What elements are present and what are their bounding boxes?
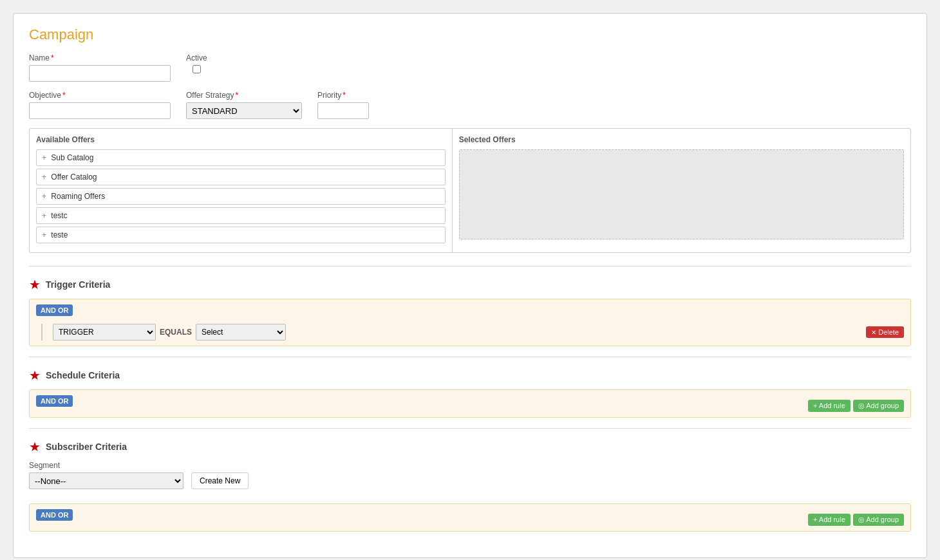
offer-item-2[interactable]: + Roaming Offers [36, 188, 446, 205]
segment-select[interactable]: --None-- [29, 472, 183, 489]
subscriber-star-icon: ★ [29, 439, 41, 454]
schedule-criteria-header: ★ Schedule Criteria [29, 364, 911, 383]
subscriber-criteria-actions: + Add rule ◎ Add group [808, 514, 904, 526]
offer-strategy-group: Offer Strategy* STANDARD PRIORITY RANDOM [186, 91, 302, 119]
priority-input[interactable] [317, 102, 369, 119]
active-checkbox[interactable] [186, 65, 207, 73]
trigger-rule-flex: TRIGGER EQUALS Select Delete [53, 324, 904, 341]
subscriber-and-or-button[interactable]: AND OR [36, 509, 73, 521]
offer-strategy-select[interactable]: STANDARD PRIORITY RANDOM [186, 102, 302, 119]
segment-group: Segment --None-- Create New [29, 461, 911, 497]
schedule-criteria-box: AND OR + Add rule ◎ Add group [29, 389, 911, 418]
form-row-objective: Objective* Offer Strategy* STANDARD PRIO… [29, 91, 911, 119]
create-new-button[interactable]: Create New [191, 472, 249, 489]
subscriber-criteria-box: AND OR + Add rule ◎ Add group [29, 503, 911, 532]
schedule-add-rule-button[interactable]: + Add rule [808, 400, 851, 412]
active-group: Active [186, 53, 207, 73]
objective-label: Objective* [29, 91, 171, 100]
priority-label: Priority* [317, 91, 369, 100]
offer-strategy-label: Offer Strategy* [186, 91, 302, 100]
available-offers-title: Available Offers [36, 135, 446, 144]
trigger-criteria-header: ★ Trigger Criteria [29, 273, 911, 292]
offers-panel: Available Offers + Sub Catalog + Offer C… [29, 128, 911, 253]
subscriber-criteria-header: ★ Subscriber Criteria [29, 435, 911, 454]
offer-item-0[interactable]: + Sub Catalog [36, 149, 446, 166]
available-offers-panel: Available Offers + Sub Catalog + Offer C… [30, 129, 453, 252]
subscriber-add-group-button[interactable]: ◎ Add group [853, 514, 904, 526]
schedule-add-group-button[interactable]: ◎ Add group [853, 400, 904, 412]
schedule-criteria-title: Schedule Criteria [46, 370, 120, 380]
objective-input[interactable] [29, 102, 171, 119]
active-label: Active [186, 53, 207, 62]
trigger-equals-label: EQUALS [160, 328, 192, 337]
selected-offers-panel: Selected Offers [453, 129, 910, 252]
trigger-star-icon: ★ [29, 277, 41, 292]
trigger-delete-button[interactable]: Delete [866, 326, 904, 338]
main-card: Campaign Name* Active Objective* [13, 13, 927, 558]
schedule-criteria-inner: AND OR + Add rule ◎ Add group [36, 395, 904, 412]
page-wrapper: Campaign Name* Active Objective* [0, 0, 940, 560]
schedule-star-icon: ★ [29, 368, 41, 383]
selected-offers-title: Selected Offers [459, 135, 904, 144]
divider-1 [29, 266, 911, 266]
offer-item-1[interactable]: + Offer Catalog [36, 169, 446, 185]
divider-3 [29, 428, 911, 429]
trigger-field-select[interactable]: TRIGGER [53, 324, 156, 341]
trigger-value-select[interactable]: Select [196, 324, 286, 341]
offer-item-3[interactable]: + testc [36, 207, 446, 224]
segment-row: --None-- Create New [29, 472, 911, 489]
subscriber-criteria-title: Subscriber Criteria [46, 442, 127, 452]
schedule-and-or-button[interactable]: AND OR [36, 395, 73, 407]
offer-item-4[interactable]: + teste [36, 227, 446, 243]
trigger-criteria-title: Trigger Criteria [46, 279, 110, 290]
subscriber-section: Segment --None-- Create New AND OR + Add… [29, 461, 911, 532]
segment-label: Segment [29, 461, 911, 470]
name-label: Name* [29, 53, 171, 62]
form-row-name-active: Name* Active [29, 53, 911, 82]
name-group: Name* [29, 53, 171, 82]
trigger-and-or-button[interactable]: AND OR [36, 304, 73, 316]
selected-offers-area [459, 149, 904, 239]
objective-group: Objective* [29, 91, 171, 119]
subscriber-criteria-inner: AND OR + Add rule ◎ Add group [36, 509, 904, 526]
name-input[interactable] [29, 65, 171, 82]
subscriber-add-rule-button[interactable]: + Add rule [808, 514, 851, 526]
divider-2 [29, 357, 911, 357]
priority-group: Priority* [317, 91, 369, 119]
trigger-rule-row: TRIGGER EQUALS Select Delete [41, 324, 904, 341]
page-title: Campaign [29, 26, 911, 43]
schedule-criteria-actions: + Add rule ◎ Add group [808, 400, 904, 412]
trigger-criteria-box: AND OR TRIGGER EQUALS Select Delete [29, 299, 911, 346]
